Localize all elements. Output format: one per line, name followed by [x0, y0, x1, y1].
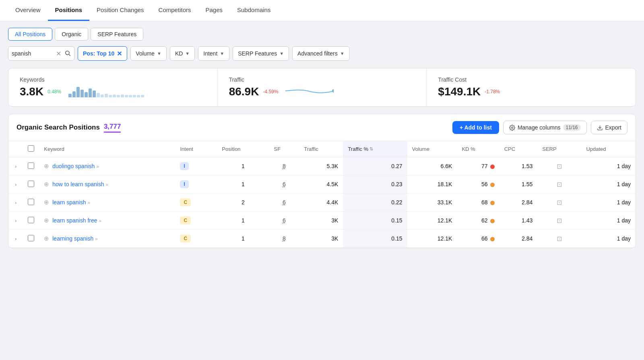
- keyword-link[interactable]: learn spanish: [52, 199, 86, 206]
- keyword-link[interactable]: learning spanish: [52, 235, 93, 242]
- row-checkbox[interactable]: [28, 217, 34, 223]
- expand-button[interactable]: ›: [13, 217, 18, 224]
- row-checkbox[interactable]: [28, 163, 34, 169]
- expand-button[interactable]: ›: [13, 235, 18, 243]
- th-check[interactable]: [23, 141, 39, 157]
- serp-icon[interactable]: ⊡: [557, 235, 562, 242]
- keyword-link[interactable]: how to learn spanish: [52, 181, 104, 187]
- add-keyword-icon[interactable]: ⊕: [44, 235, 49, 242]
- mini-bar: [97, 93, 100, 97]
- intent-badge: I: [180, 162, 188, 170]
- goto-icon[interactable]: »: [96, 164, 99, 169]
- expand-button[interactable]: ›: [13, 199, 18, 206]
- row-serp-cell: ⊡: [537, 175, 581, 193]
- advanced-filter[interactable]: Advanced filters ▼: [292, 46, 350, 61]
- row-volume-cell: 18.1K: [407, 175, 457, 193]
- kd-filter[interactable]: KD ▼: [170, 46, 195, 61]
- serp-chevron-icon: ▼: [279, 51, 284, 56]
- row-check-cell: [23, 157, 39, 175]
- th-updated[interactable]: Updated: [581, 141, 636, 157]
- row-keyword-cell: ⊕ learn spanish »: [39, 193, 175, 212]
- search-submit-btn[interactable]: [64, 50, 71, 58]
- tab-all-positions[interactable]: All Positions: [8, 28, 52, 41]
- nav-positions[interactable]: Positions: [48, 0, 90, 21]
- row-checkbox[interactable]: [28, 199, 34, 205]
- nav-subdomains[interactable]: Subdomains: [230, 0, 278, 21]
- row-intent-cell: I: [175, 175, 217, 193]
- volume-filter[interactable]: Volume ▼: [130, 46, 167, 61]
- row-intent-cell: C: [175, 230, 217, 248]
- add-keyword-icon[interactable]: ⊕: [44, 181, 49, 187]
- traffic-cost-change: -1.78%: [485, 89, 500, 95]
- row-traffic-pct-cell: 0.23: [343, 175, 407, 193]
- th-traffic-pct[interactable]: Traffic %⇅: [343, 141, 407, 157]
- tab-organic[interactable]: Organic: [55, 28, 88, 41]
- sf-value[interactable]: 8: [283, 163, 286, 169]
- goto-icon[interactable]: »: [95, 236, 98, 242]
- traffic-change: -4.59%: [263, 89, 278, 95]
- serp-icon[interactable]: ⊡: [557, 199, 562, 206]
- row-position-cell: 1: [217, 157, 269, 175]
- row-checkbox[interactable]: [28, 181, 34, 187]
- row-volume-cell: 12.1K: [407, 212, 457, 230]
- th-volume[interactable]: Volume: [407, 141, 457, 157]
- pos-filter-clear[interactable]: ✕: [117, 50, 122, 58]
- row-traffic-cell: 4.5K: [299, 175, 343, 193]
- add-keyword-icon[interactable]: ⊕: [44, 217, 49, 224]
- goto-icon[interactable]: »: [87, 200, 90, 206]
- traffic-cost-value: $149.1K: [438, 85, 481, 98]
- row-sf-cell: 8: [269, 230, 299, 248]
- search-input[interactable]: [12, 50, 56, 57]
- add-to-list-button[interactable]: + Add to list: [452, 121, 499, 134]
- sf-value[interactable]: 6: [283, 199, 286, 206]
- row-check-cell: [23, 212, 39, 230]
- goto-icon[interactable]: »: [99, 218, 101, 224]
- mini-bar: [80, 90, 84, 97]
- goto-icon[interactable]: »: [106, 182, 109, 187]
- mini-bar: [133, 95, 136, 97]
- nav-overview[interactable]: Overview: [8, 0, 48, 21]
- serp-icon[interactable]: ⊡: [557, 163, 562, 170]
- keywords-change: 0.48%: [47, 89, 61, 95]
- th-sf[interactable]: SF: [269, 141, 299, 157]
- row-keyword-cell: ⊕ how to learn spanish »: [39, 175, 175, 193]
- nav-pages[interactable]: Pages: [198, 0, 230, 21]
- th-serp[interactable]: SERP: [537, 141, 581, 157]
- search-clear-btn[interactable]: ✕: [56, 50, 61, 58]
- pos-filter-badge[interactable]: Pos: Top 10 ✕: [78, 46, 127, 61]
- row-updated-cell: 1 day: [581, 230, 636, 248]
- row-traffic-cell: 4.4K: [299, 193, 343, 212]
- serp-filter[interactable]: SERP Features ▼: [233, 46, 289, 61]
- add-keyword-icon[interactable]: ⊕: [44, 163, 49, 169]
- keyword-link[interactable]: duolingo spanish: [52, 163, 95, 169]
- th-position[interactable]: Position: [217, 141, 269, 157]
- sf-value[interactable]: 8: [283, 235, 286, 242]
- nav-position-changes[interactable]: Position Changes: [89, 0, 151, 21]
- export-button[interactable]: Export: [591, 121, 627, 134]
- sf-value[interactable]: 6: [283, 217, 286, 224]
- serp-icon[interactable]: ⊡: [557, 217, 562, 224]
- keyword-link[interactable]: learn spanish free: [52, 217, 97, 224]
- intent-filter[interactable]: Intent ▼: [198, 46, 229, 61]
- expand-button[interactable]: ›: [13, 163, 18, 170]
- th-kd[interactable]: KD %: [457, 141, 499, 157]
- th-keyword[interactable]: Keyword: [39, 141, 175, 157]
- sf-value[interactable]: 6: [283, 181, 286, 187]
- manage-columns-button[interactable]: Manage columns 11/16: [503, 121, 587, 134]
- th-cpc[interactable]: CPC: [500, 141, 538, 157]
- add-keyword-icon[interactable]: ⊕: [44, 199, 49, 206]
- row-traffic-pct-cell: 0.27: [343, 157, 407, 175]
- nav-competitors[interactable]: Competitors: [151, 0, 198, 21]
- row-intent-cell: C: [175, 193, 217, 212]
- select-all-checkbox[interactable]: [28, 145, 34, 152]
- row-checkbox[interactable]: [28, 235, 34, 241]
- mini-bar: [113, 95, 116, 97]
- th-traffic[interactable]: Traffic: [299, 141, 343, 157]
- serp-icon[interactable]: ⊡: [557, 181, 562, 188]
- row-updated-cell: 1 day: [581, 175, 636, 193]
- row-expand-cell: ›: [8, 193, 23, 212]
- th-intent[interactable]: Intent: [175, 141, 217, 157]
- tab-serp-features[interactable]: SERP Features: [91, 28, 143, 41]
- expand-button[interactable]: ›: [13, 181, 18, 188]
- row-keyword-cell: ⊕ duolingo spanish »: [39, 157, 175, 175]
